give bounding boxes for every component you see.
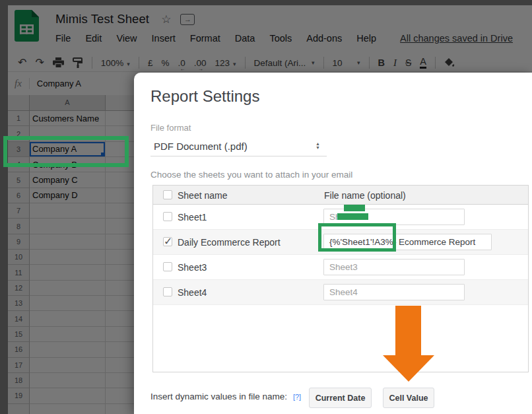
attach-row-sheet4: Sheet4	[153, 280, 528, 305]
sheet-name-label: Daily Ecommerce Report	[178, 237, 281, 248]
help-link[interactable]: [?]	[293, 393, 301, 401]
checkmark-icon: ✓	[164, 235, 172, 248]
file-name-input-3[interactable]	[323, 259, 465, 275]
annotation-green-redaction-mark-1	[344, 205, 365, 211]
current-date-button[interactable]: Current Date	[309, 388, 372, 408]
checkbox-checked[interactable]: ✓	[163, 237, 172, 246]
google-sheets-window: Mimis Test Sheet ☆ → FileEditViewInsertF…	[0, 0, 532, 414]
select-all-checkbox[interactable]	[163, 190, 172, 199]
dialog-title: Report Settings	[150, 87, 259, 106]
annotation-green-box-cell-a3	[3, 136, 129, 167]
checkbox-unchecked[interactable]	[163, 212, 172, 221]
annotation-orange-arrow-stem	[395, 306, 421, 356]
file-name-input-4[interactable]	[323, 284, 465, 300]
cell-value-button[interactable]: Cell Value	[383, 388, 434, 408]
file-format-label: File format	[150, 123, 191, 133]
table-header-row: Sheet name File name (optional)	[153, 186, 528, 205]
attach-row-sheet3: Sheet3	[153, 255, 528, 280]
checkbox-unchecked[interactable]	[163, 262, 172, 271]
down-arrow-icon: ▼	[316, 146, 320, 150]
window-frame-top	[0, 0, 532, 5]
select-updown-icon: ▲ ▼	[316, 142, 320, 150]
insert-dynamic-values-label: Insert dynamic values in file name: [?]	[150, 392, 301, 401]
annotation-green-box-filename	[318, 223, 396, 252]
file-name-header: File name (optional)	[324, 190, 406, 201]
annotation-orange-arrow-head	[383, 355, 434, 382]
sheet-name-label: Sheet1	[178, 212, 207, 223]
annotation-green-redaction-mark-2	[337, 213, 368, 220]
sheet-name-header: Sheet name	[178, 190, 228, 201]
window-frame-left	[0, 0, 8, 414]
checkbox-unchecked[interactable]	[163, 287, 172, 296]
sheet-name-label: Sheet3	[178, 262, 207, 273]
sheet-name-label: Sheet4	[178, 287, 207, 298]
file-format-value: PDF Document (.pdf)	[154, 141, 316, 152]
choose-sheets-label: Choose the sheets you want to attach in …	[150, 170, 352, 180]
footer-label-text: Insert dynamic values in file name:	[150, 392, 287, 401]
file-format-select[interactable]: PDF Document (.pdf) ▲ ▼	[150, 136, 327, 156]
